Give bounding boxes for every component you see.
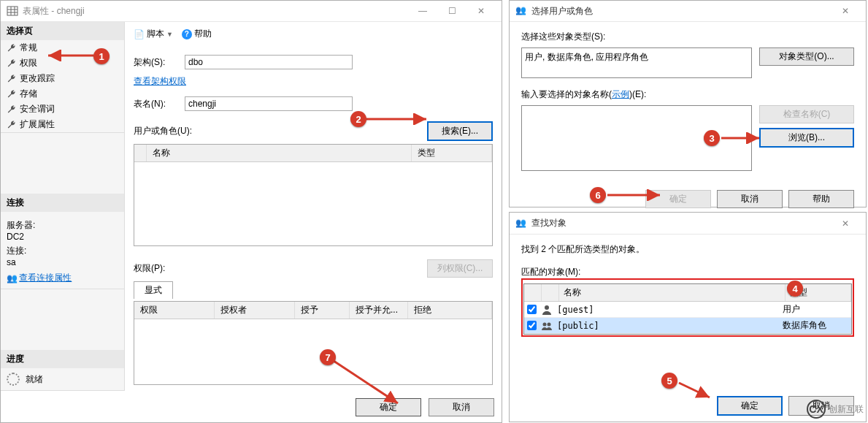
help-icon: ? (182, 29, 192, 39)
chevron-down-icon: ▼ (166, 31, 173, 38)
annotation-badge-3: 3 (704, 130, 720, 146)
object-types-box: 用户, 数据库角色, 应用程序角色 (521, 47, 752, 78)
object-types-label: 选择这些对象类型(S): (521, 31, 854, 43)
users-grid[interactable]: 名称 类型 (134, 144, 493, 246)
connection-label: 连接: (7, 245, 118, 257)
wrench-icon (7, 120, 17, 130)
cancel-button[interactable]: 取消 (717, 190, 783, 208)
titlebar: 👥 查找对象 ✕ (510, 213, 866, 235)
svg-rect-0 (7, 7, 18, 15)
object-row-guest[interactable]: [guest] 用户 (524, 302, 851, 318)
table-properties-dialog: 表属性 - chengji — ☐ ✕ 选择页 常规 权限 更改跟踪 存储 安全… (0, 0, 502, 423)
script-icon: 📄 (134, 29, 145, 39)
wrench-icon (7, 58, 17, 69)
find-objects-dialog: 👥 查找对象 ✕ 找到 2 个匹配所选类型的对象。 匹配的对象(M): 名称 类… (509, 212, 867, 422)
server-value: DC2 (7, 232, 118, 242)
table-icon (7, 5, 18, 17)
window-title: 查找对象 (531, 217, 831, 229)
row-checkbox[interactable] (527, 305, 537, 314)
connection-value: sa (7, 257, 118, 267)
progress-header: 进度 (1, 350, 124, 368)
table-name-input[interactable] (185, 96, 353, 111)
annotation-badge-1: 1 (93, 48, 110, 64)
browse-button[interactable]: 浏览(B)... (759, 128, 854, 148)
wrench-icon (7, 43, 17, 53)
progress-spinner-icon (7, 373, 20, 386)
grid-header-type: 类型 (412, 145, 492, 161)
maximize-button[interactable]: ☐ (437, 1, 466, 21)
svg-point-7 (548, 322, 551, 326)
schema-input[interactable] (185, 55, 353, 69)
role-icon (541, 320, 553, 332)
object-row-public[interactable]: [public] 数据库角色 (524, 318, 851, 334)
object-types-button[interactable]: 对象类型(O)... (759, 47, 854, 66)
close-button[interactable]: ✕ (831, 213, 860, 234)
sidebar-item-changetracking[interactable]: 更改跟踪 (1, 71, 124, 86)
svg-point-6 (543, 322, 547, 326)
progress-ready: 就绪 (26, 373, 43, 386)
matched-label: 匹配的对象(M): (521, 266, 854, 278)
window-title: 选择用户或角色 (531, 5, 831, 18)
user-icon (541, 304, 553, 316)
svg-point-5 (545, 305, 549, 310)
found-text: 找到 2 个匹配所选类型的对象。 (521, 243, 854, 256)
toolbar: 📄脚本▼ ?帮助 (134, 28, 493, 45)
annotation-badge-2: 2 (350, 111, 366, 127)
server-label: 服务器: (7, 219, 118, 232)
users-icon: 👥 (515, 218, 527, 229)
tab-explicit[interactable]: 显式 (134, 281, 173, 299)
sidebar-item-storage[interactable]: 存储 (1, 86, 124, 102)
titlebar: 表属性 - chengji — ☐ ✕ (1, 1, 502, 22)
window-title: 表属性 - chengji (23, 5, 408, 18)
titlebar: 👥 选择用户或角色 ✕ (510, 1, 866, 22)
help-button[interactable]: ?帮助 (182, 28, 212, 40)
users-icon: 👥 (515, 5, 527, 17)
sidebar-item-extended[interactable]: 扩展属性 (1, 117, 124, 132)
script-dropdown[interactable]: 📄脚本▼ (134, 28, 173, 40)
check-names-button: 检查名称(C) (759, 105, 854, 123)
table-name-label: 表名(N): (134, 98, 185, 110)
grid-header-name: 名称 (147, 145, 412, 161)
ok-button[interactable]: 确定 (356, 398, 421, 416)
objects-grid[interactable]: 名称 类型 [guest] 用户 [public] 数据库角色 (523, 283, 852, 335)
cancel-button[interactable]: 取消 (429, 398, 494, 416)
select-users-dialog: 👥 选择用户或角色 ✕ 选择这些对象类型(S): 用户, 数据库角色, 应用程序… (509, 0, 867, 207)
permissions-label: 权限(P): (134, 262, 427, 275)
annotation-box-4: 名称 类型 [guest] 用户 [public] 数据库角色 (521, 278, 854, 337)
wrench-icon (7, 74, 17, 84)
column-permissions-button: 列权限(C)... (427, 259, 493, 278)
search-button[interactable]: 搜索(E)... (427, 121, 493, 141)
ok-button[interactable]: 确定 (717, 396, 783, 416)
close-button[interactable]: ✕ (466, 1, 496, 21)
dialog-footer: 确定 取消 (1, 391, 502, 423)
minimize-button[interactable]: — (408, 1, 437, 21)
dialog-footer: 确定 取消 帮助 (510, 184, 866, 214)
wrench-icon (7, 104, 17, 115)
watermark-logo-icon: CX (807, 400, 826, 419)
wrench-icon (7, 89, 17, 99)
pages-header: 选择页 (1, 22, 124, 40)
connection-header: 连接 (1, 194, 124, 212)
main-panel: 📄脚本▼ ?帮助 架构(S): 查看架构权限 表名(N): 用户或角色(U): … (125, 22, 502, 391)
names-label: 输入要选择的对象名称( (521, 89, 612, 99)
grid-header-name: 名称 (559, 284, 786, 301)
people-icon: 👥 (7, 273, 17, 283)
example-link[interactable]: 示例 (612, 89, 629, 99)
view-connection-link[interactable]: 查看连接属性 (19, 273, 72, 283)
close-button[interactable]: ✕ (831, 1, 860, 21)
permissions-grid[interactable]: 权限 授权者 授予 授予并允... 拒绝 (134, 301, 493, 385)
ok-button: 确定 (645, 190, 711, 208)
sidebar: 选择页 常规 权限 更改跟踪 存储 安全谓词 扩展属性 连接 服务器: DC2 … (1, 22, 125, 391)
annotation-badge-6: 6 (590, 187, 606, 203)
users-roles-label: 用户或角色(U): (134, 125, 427, 137)
sidebar-item-security[interactable]: 安全谓词 (1, 102, 124, 117)
row-checkbox[interactable] (527, 321, 537, 330)
watermark: CX 创新互联 (807, 400, 864, 419)
annotation-badge-4: 4 (787, 281, 803, 297)
schema-label: 架构(S): (134, 56, 185, 69)
view-schema-link[interactable]: 查看架构权限 (134, 75, 493, 88)
annotation-badge-5: 5 (661, 373, 677, 389)
annotation-badge-7: 7 (320, 349, 336, 365)
help-button[interactable]: 帮助 (788, 190, 854, 208)
